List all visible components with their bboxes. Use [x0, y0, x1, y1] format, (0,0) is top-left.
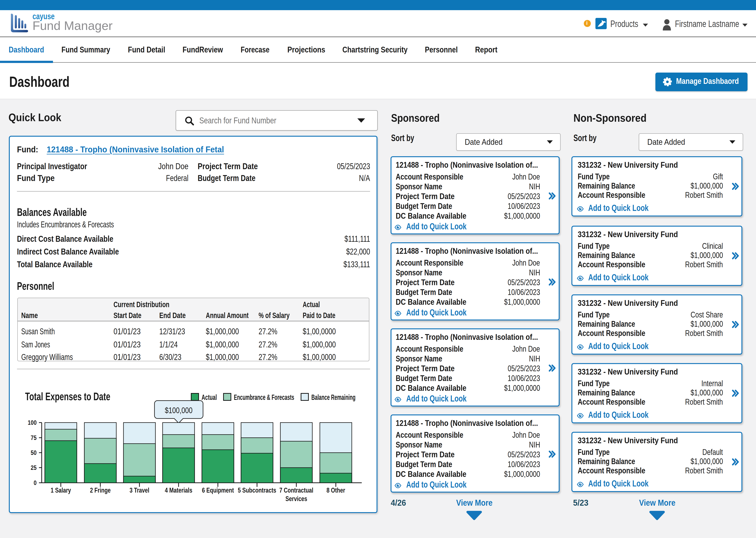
- svg-text:1 Salary: 1 Salary: [51, 486, 71, 494]
- svg-text:75: 75: [31, 434, 36, 441]
- svg-text:6 Equipment: 6 Equipment: [202, 486, 234, 494]
- svg-text:2 Fringe: 2 Fringe: [90, 486, 111, 494]
- svg-text:0: 0: [33, 479, 36, 486]
- svg-text:Services: Services: [286, 495, 307, 503]
- svg-text:50: 50: [31, 449, 36, 457]
- svg-text:8 Other: 8 Other: [326, 486, 345, 494]
- svg-text:100: 100: [28, 419, 36, 426]
- svg-text:$100,000: $100,000: [165, 406, 193, 415]
- svg-text:5 Subcontracts: 5 Subcontracts: [238, 486, 276, 494]
- svg-text:4 Materials: 4 Materials: [165, 486, 192, 494]
- svg-text:25: 25: [31, 464, 36, 471]
- svg-text:3 Travel: 3 Travel: [129, 486, 149, 494]
- svg-text:7 Contractual: 7 Contractual: [279, 486, 313, 494]
